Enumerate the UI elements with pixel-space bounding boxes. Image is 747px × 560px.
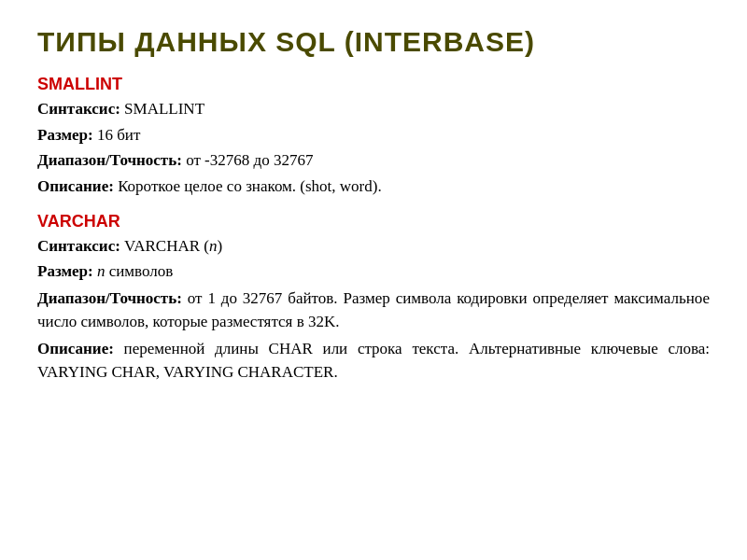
varchar-range-row: Диапазон/Точность: от 1 до 32767 байтов.… (37, 287, 710, 334)
smallint-desc-value: Короткое целое со знаком. (shot, word). (114, 177, 382, 195)
varchar-size-value: n символов (93, 262, 174, 280)
section-smallint: SMALLINT Синтаксис: SMALLINT Размер: 16 … (37, 75, 710, 199)
smallint-range-label: Диапазон/Точность: (37, 151, 182, 169)
smallint-size-label: Размер: (37, 126, 93, 144)
smallint-desc-label: Описание: (37, 177, 114, 195)
smallint-desc-row: Описание: Короткое целое со знаком. (sho… (37, 175, 710, 199)
varchar-range-label: Диапазон/Точность: (37, 289, 182, 307)
varchar-desc-value: переменной длины CHAR или строка текста.… (37, 340, 710, 382)
varchar-syntax-row: Синтаксис: VARCHAR (n) (37, 235, 710, 259)
smallint-syntax-label: Синтаксис: (37, 100, 120, 118)
smallint-range-value: от -32768 до 32767 (182, 151, 314, 169)
varchar-size-label: Размер: (37, 262, 93, 280)
varchar-size-row: Размер: n символов (37, 260, 710, 284)
varchar-syntax-value: VARCHAR (n) (120, 237, 222, 255)
smallint-syntax-value: SMALLINT (120, 100, 204, 118)
smallint-size-row: Размер: 16 бит (37, 124, 710, 147)
type-name-varchar: VARCHAR (37, 212, 710, 231)
varchar-syntax-label: Синтаксис: (37, 237, 120, 255)
smallint-size-value: 16 бит (93, 126, 141, 144)
smallint-syntax-row: Синтаксис: SMALLINT (37, 98, 710, 121)
page-title: ТИПЫ ДАННЫХ SQL (INTERBASE) (37, 26, 710, 58)
page: ТИПЫ ДАННЫХ SQL (INTERBASE) SMALLINT Син… (0, 0, 747, 560)
type-name-smallint: SMALLINT (37, 75, 710, 94)
section-varchar: VARCHAR Синтаксис: VARCHAR (n) Размер: n… (37, 212, 710, 385)
varchar-desc-label: Описание: (37, 340, 114, 357)
varchar-desc-row: Описание: переменной длины CHAR или стро… (37, 337, 710, 385)
smallint-range-row: Диапазон/Точность: от -32768 до 32767 (37, 149, 710, 173)
